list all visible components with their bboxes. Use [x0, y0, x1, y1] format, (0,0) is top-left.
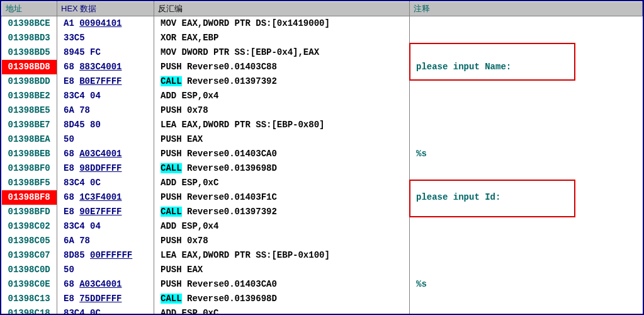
hex-cell: 68 883C4001 — [57, 60, 154, 74]
hex-cell: 68 A03C4001 — [57, 277, 154, 292]
table-row[interactable]: 01398C0E68 A03C4001PUSH Reverse0.01403CA… — [2, 277, 643, 292]
hex-cell: E8 B0E7FFFF — [57, 74, 154, 89]
asm-cell: ADD ESP,0x4 — [154, 89, 410, 103]
hex-cell: E8 98DDFFFF — [57, 161, 154, 176]
asm-cell: CALL Reverse0.0139698D — [154, 292, 410, 306]
hex-cell: 8D85 00FFFFFF — [57, 248, 154, 263]
comment-cell: %s — [410, 147, 643, 161]
table-row[interactable]: 01398BD868 883C4001PUSH Reverse0.01403C8… — [2, 60, 643, 74]
comment-cell — [410, 234, 643, 248]
asm-cell: PUSH EAX — [154, 263, 410, 277]
asm-cell: PUSH EAX — [154, 132, 410, 147]
hex-cell: 83C4 0C — [57, 176, 154, 190]
asm-cell: XOR EAX,EBP — [154, 31, 410, 45]
hex-cell: 68 1C3F4001 — [57, 190, 154, 205]
table-row[interactable]: 01398BEA50PUSH EAX — [2, 132, 643, 147]
asm-cell: LEA EAX,DWORD PTR SS:[EBP-0x80] — [154, 118, 410, 132]
address-cell: 01398BCE — [2, 16, 57, 32]
comment-cell — [410, 248, 643, 263]
address-cell: 01398C07 — [2, 248, 57, 263]
address-cell: 01398BF0 — [2, 161, 57, 176]
table-row[interactable]: 01398C056A 78PUSH 0x78 — [2, 234, 643, 248]
hex-cell: 68 A03C4001 — [57, 147, 154, 161]
comment-cell — [410, 31, 643, 45]
table-row[interactable]: 01398BEB68 A03C4001PUSH Reverse0.01403CA… — [2, 147, 643, 161]
header-hex[interactable]: HEX 数据 — [57, 2, 154, 16]
asm-cell: CALL Reverse0.0139698D — [154, 161, 410, 176]
table-row[interactable]: 01398BD333C5XOR EAX,EBP — [2, 31, 643, 45]
comment-cell: please input Name: — [410, 60, 643, 74]
table-row[interactable]: 01398C13E8 75DDFFFFCALL Reverse0.0139698… — [2, 292, 643, 306]
comment-cell — [410, 118, 643, 132]
asm-cell: CALL Reverse0.01397392 — [154, 205, 410, 219]
address-cell: 01398BE7 — [2, 118, 57, 132]
hex-cell: 83C4 0C — [57, 306, 154, 315]
asm-cell: PUSH Reverse0.01403CA0 — [154, 277, 410, 292]
table-row[interactable]: 01398C0283C4 04ADD ESP,0x4 — [2, 219, 643, 234]
address-cell: 01398BFD — [2, 205, 57, 219]
asm-cell: PUSH Reverse0.01403CA0 — [154, 147, 410, 161]
disassembly-table[interactable]: 地址 HEX 数据 反汇编 注释 01398BCEA1 00904101MOV … — [1, 1, 643, 315]
table-row[interactable]: 01398BF0E8 98DDFFFFCALL Reverse0.0139698… — [2, 161, 643, 176]
address-cell: 01398BF5 — [2, 176, 57, 190]
comment-cell: please input Id: — [410, 190, 643, 205]
comment-cell — [410, 306, 643, 315]
header-address[interactable]: 地址 — [2, 2, 57, 16]
asm-cell: PUSH Reverse0.01403F1C — [154, 190, 410, 205]
address-cell: 01398C0D — [2, 263, 57, 277]
hex-cell: 33C5 — [57, 31, 154, 45]
address-cell: 01398BE2 — [2, 89, 57, 103]
asm-cell: PUSH Reverse0.01403C88 — [154, 60, 410, 74]
address-cell: 01398BF8 — [2, 190, 57, 205]
table-header-row: 地址 HEX 数据 反汇编 注释 — [2, 2, 643, 16]
asm-cell: MOV DWORD PTR SS:[EBP-0x4],EAX — [154, 45, 410, 60]
comment-cell — [410, 16, 643, 32]
hex-cell: 83C4 04 — [57, 219, 154, 234]
table-row[interactable]: 01398BD58945 FCMOV DWORD PTR SS:[EBP-0x4… — [2, 45, 643, 60]
hex-cell: 8945 FC — [57, 45, 154, 60]
table-row[interactable]: 01398C0D50PUSH EAX — [2, 263, 643, 277]
address-cell: 01398C0E — [2, 277, 57, 292]
asm-cell: PUSH 0x78 — [154, 103, 410, 118]
asm-cell: ADD ESP,0xC — [154, 176, 410, 190]
comment-cell — [410, 205, 643, 219]
table-row[interactable]: 01398BE283C4 04ADD ESP,0x4 — [2, 89, 643, 103]
hex-cell: A1 00904101 — [57, 16, 154, 32]
table-row[interactable]: 01398BCEA1 00904101MOV EAX,DWORD PTR DS:… — [2, 16, 643, 32]
comment-cell — [410, 161, 643, 176]
address-cell: 01398BEB — [2, 147, 57, 161]
comment-cell — [410, 45, 643, 60]
address-cell: 01398BEA — [2, 132, 57, 147]
table-row[interactable]: 01398BF868 1C3F4001PUSH Reverse0.01403F1… — [2, 190, 643, 205]
address-cell: 01398C05 — [2, 234, 57, 248]
table-row[interactable]: 01398C078D85 00FFFFFFLEA EAX,DWORD PTR S… — [2, 248, 643, 263]
hex-cell: 50 — [57, 132, 154, 147]
hex-cell: 6A 78 — [57, 103, 154, 118]
header-asm[interactable]: 反汇编 — [154, 2, 410, 16]
header-comment[interactable]: 注释 — [410, 2, 643, 16]
hex-cell: 8D45 80 — [57, 118, 154, 132]
address-cell: 01398BE5 — [2, 103, 57, 118]
table-row[interactable]: 01398BE56A 78PUSH 0x78 — [2, 103, 643, 118]
table-row[interactable]: 01398C1883C4 0CADD ESP,0xC — [2, 306, 643, 315]
address-cell: 01398C13 — [2, 292, 57, 306]
table-row[interactable]: 01398BFDE8 90E7FFFFCALL Reverse0.0139739… — [2, 205, 643, 219]
hex-cell: 83C4 04 — [57, 89, 154, 103]
hex-cell: E8 75DDFFFF — [57, 292, 154, 306]
address-cell: 01398BDD — [2, 74, 57, 89]
table-row[interactable]: 01398BE78D45 80LEA EAX,DWORD PTR SS:[EBP… — [2, 118, 643, 132]
asm-cell: CALL Reverse0.01397392 — [154, 74, 410, 89]
address-cell: 01398BD5 — [2, 45, 57, 60]
table-row[interactable]: 01398BDDE8 B0E7FFFFCALL Reverse0.0139739… — [2, 74, 643, 89]
table-row[interactable]: 01398BF583C4 0CADD ESP,0xC — [2, 176, 643, 190]
comment-cell — [410, 292, 643, 306]
address-cell: 01398C02 — [2, 219, 57, 234]
address-cell: 01398BD3 — [2, 31, 57, 45]
asm-cell: MOV EAX,DWORD PTR DS:[0x1419000] — [154, 16, 410, 32]
comment-cell — [410, 132, 643, 147]
comment-cell — [410, 263, 643, 277]
address-cell: 01398BD8 — [2, 60, 57, 74]
asm-cell: PUSH 0x78 — [154, 234, 410, 248]
hex-cell: 6A 78 — [57, 234, 154, 248]
comment-cell — [410, 89, 643, 103]
